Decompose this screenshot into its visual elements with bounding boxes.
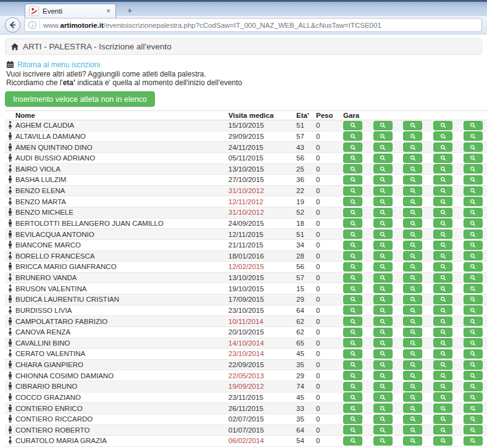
quick-add-button[interactable]: Inserimento veloce atleta non in elenco <box>5 91 155 107</box>
race-search-button[interactable] <box>343 186 362 196</box>
race-search-button[interactable] <box>403 295 422 304</box>
race-search-button[interactable] <box>433 186 452 196</box>
race-search-button[interactable] <box>343 328 362 337</box>
race-search-button[interactable] <box>343 208 362 217</box>
race-search-button[interactable] <box>433 382 452 391</box>
race-search-button[interactable] <box>373 208 393 217</box>
race-search-button[interactable] <box>464 404 483 413</box>
race-search-button[interactable] <box>373 305 393 315</box>
race-search-button[interactable] <box>373 349 393 359</box>
race-search-button[interactable] <box>343 241 362 250</box>
race-search-button[interactable] <box>343 371 362 380</box>
race-search-button[interactable] <box>433 175 452 185</box>
race-search-button[interactable] <box>464 175 483 185</box>
race-search-button[interactable] <box>403 273 422 283</box>
race-search-button[interactable] <box>343 262 362 272</box>
race-search-button[interactable] <box>464 262 483 272</box>
race-search-button[interactable] <box>403 349 422 359</box>
race-search-button[interactable] <box>433 295 452 304</box>
race-search-button[interactable] <box>343 218 362 228</box>
race-search-button[interactable] <box>464 415 483 424</box>
race-search-button[interactable] <box>373 241 393 250</box>
race-search-button[interactable] <box>373 218 393 228</box>
race-search-button[interactable] <box>433 349 452 359</box>
race-search-button[interactable] <box>403 382 422 391</box>
race-search-button[interactable] <box>433 415 452 424</box>
race-search-button[interactable] <box>343 143 362 152</box>
back-button[interactable] <box>5 17 20 33</box>
race-search-button[interactable] <box>343 164 362 173</box>
race-search-button[interactable] <box>343 317 362 326</box>
race-search-button[interactable] <box>343 392 362 402</box>
race-search-button[interactable] <box>343 131 362 141</box>
race-search-button[interactable] <box>373 186 393 196</box>
new-tab-button[interactable]: + <box>122 6 137 17</box>
race-search-button[interactable] <box>433 121 452 130</box>
race-search-button[interactable] <box>343 382 362 391</box>
race-search-button[interactable] <box>464 230 483 239</box>
race-search-button[interactable] <box>433 436 452 446</box>
race-search-button[interactable] <box>433 164 452 173</box>
race-search-button[interactable] <box>464 218 483 228</box>
race-search-button[interactable] <box>433 208 452 217</box>
race-search-button[interactable] <box>464 121 483 130</box>
race-search-button[interactable] <box>343 360 362 370</box>
race-search-button[interactable] <box>403 415 422 424</box>
race-search-button[interactable] <box>464 143 483 152</box>
race-search-button[interactable] <box>433 404 452 413</box>
race-search-button[interactable] <box>403 186 422 196</box>
race-search-button[interactable] <box>373 404 393 413</box>
race-search-button[interactable] <box>373 317 393 326</box>
race-search-button[interactable] <box>433 317 452 326</box>
race-search-button[interactable] <box>343 197 362 206</box>
race-search-button[interactable] <box>433 392 452 402</box>
race-search-button[interactable] <box>373 425 393 434</box>
race-search-button[interactable] <box>373 284 393 293</box>
race-search-button[interactable] <box>433 143 452 152</box>
race-search-button[interactable] <box>343 305 362 315</box>
race-search-button[interactable] <box>464 382 483 391</box>
race-search-button[interactable] <box>403 251 422 260</box>
race-search-button[interactable] <box>464 295 483 304</box>
race-search-button[interactable] <box>343 175 362 185</box>
race-search-button[interactable] <box>403 305 422 315</box>
race-search-button[interactable] <box>464 251 483 260</box>
race-search-button[interactable] <box>373 262 393 272</box>
race-search-button[interactable] <box>373 121 393 130</box>
race-search-button[interactable] <box>373 338 393 347</box>
race-search-button[interactable] <box>343 154 362 163</box>
race-search-button[interactable] <box>373 131 393 141</box>
race-search-button[interactable] <box>464 154 483 163</box>
race-search-button[interactable] <box>403 154 422 163</box>
race-search-button[interactable] <box>464 349 483 359</box>
race-search-button[interactable] <box>433 425 452 434</box>
race-search-button[interactable] <box>403 425 422 434</box>
race-search-button[interactable] <box>433 338 452 347</box>
close-tab-icon[interactable]: × <box>105 7 112 15</box>
race-search-button[interactable] <box>343 230 362 239</box>
race-search-button[interactable] <box>403 197 422 206</box>
race-search-button[interactable] <box>464 164 483 173</box>
race-search-button[interactable] <box>403 230 422 239</box>
race-search-button[interactable] <box>433 262 452 272</box>
race-search-button[interactable] <box>433 284 452 293</box>
race-search-button[interactable] <box>403 131 422 141</box>
race-search-button[interactable] <box>403 143 422 152</box>
race-search-button[interactable] <box>464 208 483 217</box>
url-bar[interactable]: i www.artimotorie.it/eventoiscrizionepal… <box>24 18 482 32</box>
return-menu-link[interactable]: Ritorna al menu iscrizioni <box>17 60 100 69</box>
race-search-button[interactable] <box>464 317 483 326</box>
race-search-button[interactable] <box>403 218 422 228</box>
race-search-button[interactable] <box>403 392 422 402</box>
race-search-button[interactable] <box>433 251 452 260</box>
race-search-button[interactable] <box>373 175 393 185</box>
race-search-button[interactable] <box>403 284 422 293</box>
race-search-button[interactable] <box>373 164 393 173</box>
race-search-button[interactable] <box>343 295 362 304</box>
race-search-button[interactable] <box>373 154 393 163</box>
race-search-button[interactable] <box>343 425 362 434</box>
race-search-button[interactable] <box>403 371 422 380</box>
race-search-button[interactable] <box>464 436 483 446</box>
race-search-button[interactable] <box>343 284 362 293</box>
race-search-button[interactable] <box>433 218 452 228</box>
